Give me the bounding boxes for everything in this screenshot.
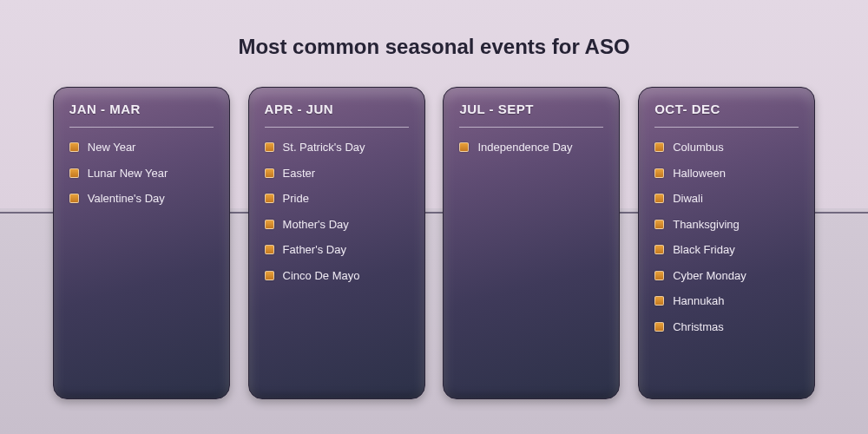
- event-label: Hannukah: [673, 293, 799, 309]
- calendar-icon: [654, 245, 664, 254]
- quarter-header: APR - JUN: [265, 102, 409, 128]
- event-label: Cinco De Mayo: [283, 268, 409, 284]
- list-item: St. Patrick's Day: [265, 140, 409, 155]
- list-item: Easter: [265, 166, 409, 181]
- calendar-icon: [265, 142, 274, 152]
- calendar-icon: [265, 168, 274, 178]
- quarter-card-row: JAN - MAR New Year Lunar New Year Valent…: [0, 87, 868, 399]
- list-item: Lunar New Year: [69, 166, 214, 181]
- event-label: Pride: [283, 191, 409, 207]
- list-item: Father's Day: [265, 242, 409, 258]
- quarter-card-q3: JUL - SEPT Independence Day: [443, 87, 620, 399]
- event-label: Father's Day: [283, 242, 409, 258]
- calendar-icon: [654, 296, 664, 306]
- event-label: Columbus: [673, 140, 799, 155]
- calendar-icon: [265, 194, 274, 203]
- calendar-icon: [654, 220, 664, 229]
- list-item: Christmas: [654, 319, 799, 335]
- list-item: Black Friday: [654, 242, 799, 258]
- calendar-icon: [69, 168, 79, 178]
- list-item: Diwali: [654, 191, 799, 207]
- event-label: Easter: [283, 166, 409, 181]
- event-label: Mother's Day: [283, 217, 409, 233]
- calendar-icon: [265, 271, 274, 280]
- event-list: New Year Lunar New Year Valentine's Day: [69, 140, 214, 207]
- list-item: New Year: [69, 140, 214, 155]
- quarter-card-q1: JAN - MAR New Year Lunar New Year Valent…: [53, 87, 230, 399]
- event-label: Cyber Monday: [673, 268, 799, 284]
- calendar-icon: [265, 220, 274, 229]
- event-label: Lunar New Year: [88, 166, 214, 181]
- event-list: St. Patrick's Day Easter Pride Mother's …: [265, 140, 409, 283]
- page-title: Most common seasonal events for ASO: [0, 0, 868, 59]
- list-item: Halloween: [654, 166, 799, 181]
- calendar-icon: [654, 142, 664, 152]
- event-label: Halloween: [673, 166, 799, 181]
- quarter-card-q4: OCT- DEC Columbus Halloween Diwali Thank…: [638, 87, 815, 399]
- quarter-header: JUL - SEPT: [459, 102, 603, 128]
- event-label: Black Friday: [673, 242, 799, 258]
- list-item: Pride: [265, 191, 409, 207]
- event-label: Diwali: [673, 191, 799, 207]
- event-list: Independence Day: [459, 140, 603, 155]
- list-item: Thanksgiving: [654, 217, 799, 233]
- list-item: Independence Day: [459, 140, 603, 155]
- event-list: Columbus Halloween Diwali Thanksgiving B…: [654, 140, 799, 334]
- calendar-icon: [654, 271, 664, 280]
- event-label: New Year: [88, 140, 214, 155]
- event-label: St. Patrick's Day: [283, 140, 409, 155]
- event-label: Thanksgiving: [673, 217, 799, 233]
- calendar-icon: [654, 322, 664, 332]
- quarter-header: OCT- DEC: [654, 102, 799, 128]
- list-item: Cinco De Mayo: [265, 268, 409, 284]
- event-label: Independence Day: [477, 140, 603, 155]
- calendar-icon: [69, 194, 79, 203]
- list-item: Columbus: [654, 140, 799, 155]
- calendar-icon: [459, 142, 469, 152]
- quarter-header: JAN - MAR: [69, 102, 214, 128]
- list-item: Mother's Day: [265, 217, 409, 233]
- event-label: Christmas: [673, 319, 799, 335]
- quarter-card-q2: APR - JUN St. Patrick's Day Easter Pride…: [248, 87, 425, 399]
- calendar-icon: [654, 168, 664, 178]
- list-item: Hannukah: [654, 293, 799, 309]
- calendar-icon: [654, 194, 664, 203]
- event-label: Valentine's Day: [88, 191, 214, 207]
- list-item: Cyber Monday: [654, 268, 799, 284]
- calendar-icon: [69, 142, 79, 152]
- list-item: Valentine's Day: [69, 191, 214, 207]
- calendar-icon: [265, 245, 274, 254]
